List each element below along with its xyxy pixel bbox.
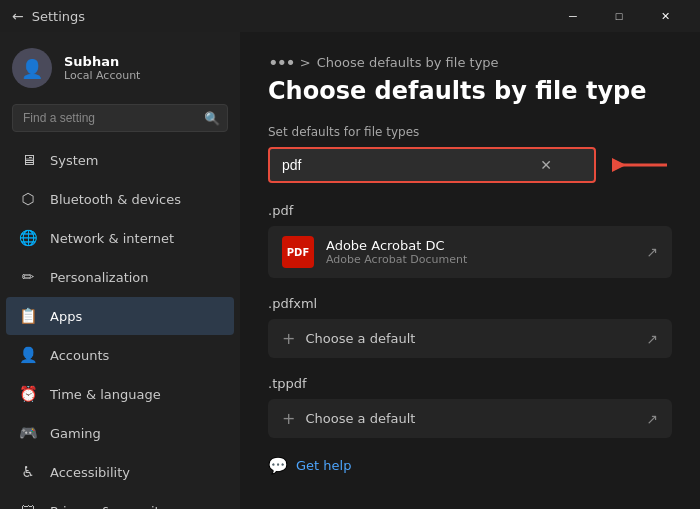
choose-default-tppdf[interactable]: + Choose a default ↗ (268, 399, 672, 438)
nav-label-bluetooth: Bluetooth & devices (50, 192, 181, 207)
arrow-indicator (612, 153, 672, 177)
sidebar-item-apps[interactable]: 📋 Apps (6, 297, 234, 335)
search-box: 🔍 (12, 104, 228, 132)
nav-icon-personalization: ✏ (18, 267, 38, 287)
file-item-pdf[interactable]: PDF Adobe Acrobat DC Adobe Acrobat Docum… (268, 226, 672, 278)
nav-label-accounts: Accounts (50, 348, 109, 363)
choose-default-label-pdfxml: Choose a default (305, 331, 415, 346)
user-profile[interactable]: 👤 Subhan Local Account (0, 32, 240, 100)
titlebar-left: ← Settings (12, 8, 85, 24)
file-item-left-pdf: PDF Adobe Acrobat DC Adobe Acrobat Docum… (282, 236, 467, 268)
sidebar-item-system[interactable]: 🖥 System (6, 141, 234, 179)
choose-default-label-tppdf: Choose a default (305, 411, 415, 426)
file-group-pdfxml: .pdfxml + Choose a default ↗ (268, 296, 672, 358)
get-help[interactable]: 💬 Get help (268, 456, 672, 475)
nav-label-network: Network & internet (50, 231, 174, 246)
nav-label-gaming: Gaming (50, 426, 101, 441)
nav-icon-apps: 📋 (18, 306, 38, 326)
pdfxml-external-link-icon[interactable]: ↗ (646, 331, 658, 347)
content-area: ••• > Choose defaults by file type Choos… (240, 32, 700, 509)
nav-list: 🖥 System ⬡ Bluetooth & devices 🌐 Network… (0, 140, 240, 509)
choose-default-left-tppdf: + Choose a default (282, 409, 415, 428)
titlebar: ← Settings ─ □ ✕ (0, 0, 700, 32)
back-icon[interactable]: ← (12, 8, 24, 24)
pdf-app-desc: Adobe Acrobat Document (326, 253, 467, 266)
user-name: Subhan (64, 54, 140, 69)
section-label: Set defaults for file types (268, 125, 672, 139)
file-ext-pdfxml: .pdfxml (268, 296, 672, 311)
red-arrow-icon (612, 153, 672, 177)
nav-icon-accessibility: ♿ (18, 462, 38, 482)
main-layout: 👤 Subhan Local Account 🔍 🖥 System ⬡ Blue… (0, 32, 700, 509)
nav-label-system: System (50, 153, 98, 168)
nav-label-privacy: Privacy & security (50, 504, 167, 510)
nav-label-accessibility: Accessibility (50, 465, 130, 480)
pdf-external-link-icon[interactable]: ↗ (646, 244, 658, 260)
file-search-container: ✕ (268, 147, 672, 183)
sidebar-item-bluetooth[interactable]: ⬡ Bluetooth & devices (6, 180, 234, 218)
minimize-button[interactable]: ─ (550, 0, 596, 32)
pdf-app-icon: PDF (282, 236, 314, 268)
nav-icon-bluetooth: ⬡ (18, 189, 38, 209)
breadcrumb-title: Choose defaults by file type (317, 55, 499, 70)
sidebar: 👤 Subhan Local Account 🔍 🖥 System ⬡ Blue… (0, 32, 240, 509)
titlebar-title: Settings (32, 9, 85, 24)
breadcrumb-dots[interactable]: ••• (268, 52, 294, 73)
close-button[interactable]: ✕ (642, 0, 688, 32)
file-search-clear-icon[interactable]: ✕ (540, 157, 552, 173)
nav-icon-system: 🖥 (18, 150, 38, 170)
tppdf-external-link-icon[interactable]: ↗ (646, 411, 658, 427)
sidebar-item-personalization[interactable]: ✏ Personalization (6, 258, 234, 296)
user-info: Subhan Local Account (64, 54, 140, 82)
breadcrumb: ••• > Choose defaults by file type (268, 52, 672, 73)
get-help-icon: 💬 (268, 456, 288, 475)
avatar: 👤 (12, 48, 52, 88)
sidebar-item-privacy[interactable]: 🛡 Privacy & security (6, 492, 234, 509)
titlebar-controls: ─ □ ✕ (550, 0, 688, 32)
file-group-tppdf: .tppdf + Choose a default ↗ (268, 376, 672, 438)
search-icon: 🔍 (204, 111, 220, 126)
sidebar-item-time[interactable]: ⏰ Time & language (6, 375, 234, 413)
sidebar-item-accounts[interactable]: 👤 Accounts (6, 336, 234, 374)
file-group-pdf: .pdf PDF Adobe Acrobat DC Adobe Acrobat … (268, 203, 672, 278)
sidebar-item-network[interactable]: 🌐 Network & internet (6, 219, 234, 257)
choose-default-pdfxml[interactable]: + Choose a default ↗ (268, 319, 672, 358)
nav-icon-accounts: 👤 (18, 345, 38, 365)
search-input[interactable] (12, 104, 228, 132)
sidebar-item-gaming[interactable]: 🎮 Gaming (6, 414, 234, 452)
maximize-button[interactable]: □ (596, 0, 642, 32)
get-help-text: Get help (296, 458, 351, 473)
choose-default-left-pdfxml: + Choose a default (282, 329, 415, 348)
plus-icon-pdfxml: + (282, 329, 295, 348)
file-ext-pdf: .pdf (268, 203, 672, 218)
plus-icon-tppdf: + (282, 409, 295, 428)
nav-icon-network: 🌐 (18, 228, 38, 248)
breadcrumb-separator: > (300, 55, 311, 70)
user-type: Local Account (64, 69, 140, 82)
page-title: Choose defaults by file type (268, 77, 672, 105)
nav-label-personalization: Personalization (50, 270, 149, 285)
pdf-app-name: Adobe Acrobat DC (326, 238, 467, 253)
nav-icon-gaming: 🎮 (18, 423, 38, 443)
nav-icon-time: ⏰ (18, 384, 38, 404)
sidebar-item-accessibility[interactable]: ♿ Accessibility (6, 453, 234, 491)
nav-label-time: Time & language (50, 387, 161, 402)
nav-label-apps: Apps (50, 309, 82, 324)
file-ext-tppdf: .tppdf (268, 376, 672, 391)
file-app-info-pdf: Adobe Acrobat DC Adobe Acrobat Document (326, 238, 467, 266)
nav-icon-privacy: 🛡 (18, 501, 38, 509)
